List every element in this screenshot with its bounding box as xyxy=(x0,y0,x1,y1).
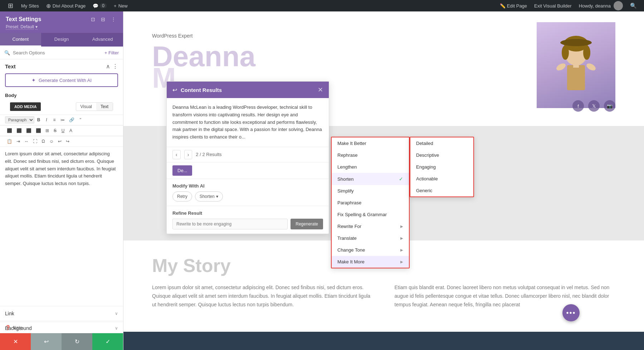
menu-item-fix-spelling[interactable]: Fix Spelling & Grammar xyxy=(332,209,409,220)
new-icon: + xyxy=(114,3,117,9)
submenu-descriptive[interactable]: Descriptive xyxy=(410,149,473,161)
modal-title: Content Results xyxy=(181,87,222,93)
text-section-header: Text ∧ ⋮ xyxy=(0,59,123,72)
link-section[interactable]: Link ∨ xyxy=(0,306,123,321)
menu-item-rephrase[interactable]: Rephrase xyxy=(332,149,409,161)
ordered-list-button[interactable]: ≔ xyxy=(59,116,67,123)
italic-button[interactable]: I xyxy=(43,116,50,123)
exit-visual-builder-btn[interactable]: Exit Visual Builder xyxy=(531,3,575,9)
section-menu-icon[interactable]: ⋮ xyxy=(112,63,118,70)
menu-item-make-it-better[interactable]: Make It Better xyxy=(332,137,409,149)
tab-content[interactable]: Content xyxy=(0,33,41,47)
redo-editor-button[interactable]: ↪ xyxy=(64,138,71,145)
align-left-button[interactable]: ⬛ xyxy=(5,127,14,134)
filter-button[interactable]: + Filter xyxy=(104,50,119,55)
page-canvas: WordPress Expert Deanna M xyxy=(123,11,644,350)
shorten-arrow-icon: ▾ xyxy=(216,194,218,199)
submenu-detailed[interactable]: Detailed xyxy=(410,137,473,149)
svg-rect-5 xyxy=(567,65,585,90)
fullscreen-button[interactable]: ⛶ xyxy=(31,138,39,145)
align-right-button[interactable]: ⬛ xyxy=(24,127,33,134)
undo-editor-button[interactable]: ↩ xyxy=(56,138,63,145)
my-sites-menu[interactable]: My Sites xyxy=(18,0,43,11)
save-icon: ✓ xyxy=(106,338,110,345)
menu-item-make-it-more[interactable]: Make It More xyxy=(332,256,409,268)
menu-item-rewrite-for[interactable]: Rewrite For xyxy=(332,220,409,232)
unordered-list-button[interactable]: ≡ xyxy=(51,116,58,123)
sidebar-copy-icon[interactable]: ⊡ xyxy=(89,16,97,23)
edit-page-btn[interactable]: ✏️ Edit Page xyxy=(496,3,531,9)
sidebar-more-icon[interactable]: ⋮ xyxy=(109,16,117,23)
submenu-engaging[interactable]: Engaging xyxy=(410,161,473,173)
paragraph-select[interactable]: Paragraph xyxy=(5,116,34,123)
refine-input[interactable] xyxy=(172,219,288,229)
hero-image xyxy=(537,22,615,108)
wp-logo-icon[interactable]: ⊞ xyxy=(4,0,18,11)
table-button[interactable]: ⊞ xyxy=(44,127,51,134)
content-paragraph: Lorem ipsum dolor sit amet, consectetur … xyxy=(5,150,118,188)
paste-button[interactable]: 📋 xyxy=(5,138,14,145)
tab-visual[interactable]: Visual xyxy=(76,103,96,111)
shorten-menu-label: Shorten xyxy=(337,176,354,182)
outdent-button[interactable]: ↔ xyxy=(23,138,30,145)
nav-prev-button[interactable]: ‹ xyxy=(172,150,181,159)
submenu-generic[interactable]: Generic xyxy=(410,185,473,196)
underline-button[interactable]: U xyxy=(59,127,67,134)
floating-action-button[interactable]: ••• xyxy=(562,304,580,321)
menu-item-change-tone[interactable]: Change Tone xyxy=(332,244,409,256)
comments-bar[interactable]: 💬 0 xyxy=(89,0,110,11)
generate-content-button[interactable]: ✦ Generate Content With AI xyxy=(5,73,118,87)
align-center-button[interactable]: ⬛ xyxy=(15,127,24,134)
text-color-button[interactable]: A xyxy=(67,127,74,134)
save-button[interactable]: ✓ xyxy=(92,333,123,350)
page-name-bar[interactable]: ⊕ Divi About Page xyxy=(43,0,89,11)
twitter-icon[interactable]: 𝕏 xyxy=(588,100,600,112)
modal-close-button[interactable]: ✕ xyxy=(318,86,323,94)
cancel-button[interactable]: ✕ xyxy=(0,333,31,350)
shorten-dropdown-button[interactable]: Shorten ▾ xyxy=(195,191,223,201)
menu-item-simplify[interactable]: Simplify xyxy=(332,185,409,197)
facebook-icon[interactable]: f xyxy=(572,100,584,112)
instagram-icon[interactable]: 📷 xyxy=(604,100,615,112)
bold-button[interactable]: B xyxy=(35,116,42,123)
person-svg xyxy=(551,31,601,99)
special-chars-button[interactable]: Ω xyxy=(40,138,47,145)
sidebar-tabs: Content Design Advanced xyxy=(0,33,123,47)
user-menu[interactable]: Howdy, deanna xyxy=(575,1,626,10)
preset-label[interactable]: Preset: Default ▾ xyxy=(6,24,117,29)
search-input[interactable] xyxy=(13,50,102,55)
content-editable-area[interactable]: Lorem ipsum dolor sit amet, consectetur … xyxy=(0,147,123,306)
help-label: Help xyxy=(13,325,23,330)
nav-next-button[interactable]: › xyxy=(184,150,192,159)
add-media-button[interactable]: ADD MEDIA xyxy=(10,102,41,111)
indent-button[interactable]: ⇥ xyxy=(15,138,22,145)
menu-item-paraphrase[interactable]: Paraphrase xyxy=(332,197,409,209)
search-icon-bar[interactable]: 🔍 xyxy=(626,3,640,9)
retry-button[interactable]: Retry xyxy=(172,191,192,201)
menu-item-shorten[interactable]: Shorten ✓ xyxy=(332,173,409,185)
new-label: New xyxy=(118,3,128,9)
undo-button[interactable]: ↩ xyxy=(31,333,62,350)
link-button[interactable]: 🔗 xyxy=(67,116,76,123)
deploy-button[interactable]: De... xyxy=(172,165,192,176)
help-icon: ❓ xyxy=(5,325,11,330)
menu-item-lengthen[interactable]: Lengthen xyxy=(332,161,409,173)
tab-design[interactable]: Design xyxy=(41,33,82,47)
align-justify-button[interactable]: ⬛ xyxy=(34,127,43,134)
new-bar-item[interactable]: + New xyxy=(110,0,131,11)
tab-text[interactable]: Text xyxy=(96,103,113,111)
make-it-better-label: Make It Better xyxy=(337,141,366,146)
redo-button[interactable]: ↻ xyxy=(62,333,92,350)
rewrite-for-label: Rewrite For xyxy=(337,224,361,229)
submenu-actionable[interactable]: Actionable xyxy=(410,173,473,185)
menu-item-translate[interactable]: Translate xyxy=(332,232,409,244)
emoji-button[interactable]: ☺ xyxy=(48,138,55,145)
section-collapse-icon[interactable]: ∧ xyxy=(106,63,110,70)
refine-label: Refine Result xyxy=(172,210,323,216)
regenerate-button[interactable]: Regenerate xyxy=(291,219,323,229)
tab-advanced[interactable]: Advanced xyxy=(82,33,123,47)
blockquote-button[interactable]: " xyxy=(77,116,84,123)
svg-point-7 xyxy=(555,62,567,72)
sidebar-columns-icon[interactable]: ⊟ xyxy=(99,16,107,23)
strikethrough-button[interactable]: S xyxy=(52,127,59,134)
